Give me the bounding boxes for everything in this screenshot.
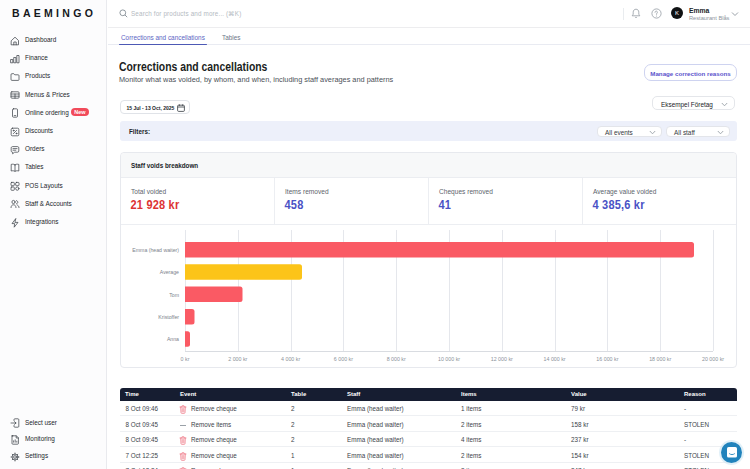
svg-text:Tom: Tom	[169, 292, 179, 298]
svg-text:Emma (head waiter): Emma (head waiter)	[132, 247, 179, 253]
svg-text:8 000 kr: 8 000 kr	[387, 356, 406, 362]
svg-text:Kristoffer: Kristoffer	[158, 314, 179, 320]
svg-text:14 000 kr: 14 000 kr	[544, 356, 566, 362]
svg-text:4 000 kr: 4 000 kr	[281, 356, 300, 362]
svg-text:Average: Average	[160, 269, 179, 275]
svg-text:16 000 kr: 16 000 kr	[596, 356, 618, 362]
svg-text:10 000 kr: 10 000 kr	[438, 356, 460, 362]
svg-text:2 000 kr: 2 000 kr	[228, 356, 247, 362]
svg-text:Anna: Anna	[167, 336, 179, 342]
svg-text:6 000 kr: 6 000 kr	[334, 356, 353, 362]
svg-text:12 000 kr: 12 000 kr	[491, 356, 513, 362]
svg-text:20 000 kr: 20 000 kr	[702, 356, 724, 362]
svg-text:18 000 kr: 18 000 kr	[649, 356, 671, 362]
svg-text:0 kr: 0 kr	[181, 356, 190, 362]
